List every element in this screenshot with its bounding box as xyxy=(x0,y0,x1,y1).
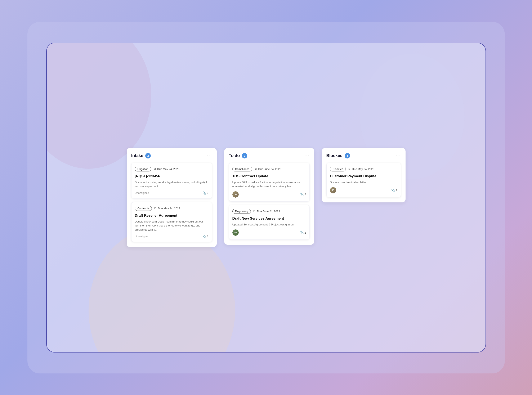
card-dispute-footer: JD 📎 2 xyxy=(330,187,397,193)
card-rqst-meta: Litigation 🗓 Due May 24, 2023 xyxy=(135,167,208,171)
column-todo-more-button[interactable]: ··· xyxy=(304,154,309,158)
card-reseller-meta: Contracts 🗓 Due May 24, 2023 xyxy=(135,206,208,211)
card-services-meta: Regulatory 🗓 Due June 24, 2023 xyxy=(232,209,306,214)
column-todo-title: To do xyxy=(229,153,240,158)
card-reseller-desc: Double check with Doug - confirm that th… xyxy=(135,219,208,232)
paperclip-icon-7: 📎 xyxy=(300,231,304,234)
kanban-board: Intake 2 ··· Litigation 🗓 Due May 24, 20… xyxy=(118,140,414,256)
card-services-title: Draft New Services Agreement xyxy=(232,216,306,221)
card-tos-attachments: 📎 2 xyxy=(300,193,306,196)
card-dispute-title: Customer Payment Dispute xyxy=(330,174,397,179)
outer-frame: Intake 2 ··· Litigation 🗓 Due May 24, 20… xyxy=(27,22,505,373)
card-tos[interactable]: Compliance 🗓 Due June 24, 2023 TOS Contr… xyxy=(229,163,310,202)
card-rqst-123456[interactable]: Litigation 🗓 Due May 24, 2023 [RQST]-123… xyxy=(131,163,212,199)
card-rqst-title: [RQST]-123456 xyxy=(135,174,208,179)
card-draft-reseller[interactable]: Contracts 🗓 Due May 24, 2023 Draft Resel… xyxy=(131,202,212,242)
column-blocked-count: 1 xyxy=(345,153,350,159)
column-intake-header: Intake 2 ··· xyxy=(131,153,212,159)
calendar-icon-8: 🗓 xyxy=(348,167,351,171)
card-rqst-tag: Litigation xyxy=(135,167,151,171)
card-dispute-attachments: 📎 2 xyxy=(391,189,397,192)
card-tos-title: TOS Contract Update xyxy=(232,174,306,179)
calendar-icon-4: 🗓 xyxy=(254,167,257,171)
column-blocked-title: Blocked xyxy=(326,153,343,158)
card-tos-desc: Update DPA to reduce friction in negotia… xyxy=(232,180,306,188)
avatar-img-2: AM xyxy=(232,230,239,236)
card-payment-dispute[interactable]: Disputes 🗓 Due May 24, 2023 Customer Pay… xyxy=(326,163,401,198)
column-todo-title-area: To do 2 xyxy=(229,153,247,159)
column-todo-count: 2 xyxy=(242,153,247,159)
card-tos-footer: JD 📎 2 xyxy=(232,191,306,198)
card-services-footer: AM 📎 2 xyxy=(232,230,306,236)
card-rqst-assignee: Unassigned xyxy=(135,191,149,194)
card-services-tag: Regulatory xyxy=(232,209,251,214)
card-reseller-footer: Unassigned 📎 2 xyxy=(135,235,208,238)
column-todo: To do 2 ··· Compliance 🗓 Due June 24, 20… xyxy=(224,148,314,245)
column-todo-header: To do 2 ··· xyxy=(229,153,310,159)
paperclip-icon: 📎 xyxy=(203,191,206,195)
card-reseller-attachments: 📎 2 xyxy=(203,235,208,238)
avatar-img-1: JD xyxy=(232,191,239,198)
column-blocked-more-button[interactable]: ··· xyxy=(396,154,401,158)
inner-frame: Intake 2 ··· Litigation 🗓 Due May 24, 20… xyxy=(46,43,486,352)
card-dispute-meta: Disputes 🗓 Due May 24, 2023 xyxy=(330,167,397,171)
card-reseller-title: Draft Reseller Agreement xyxy=(135,213,208,218)
column-blocked: Blocked 1 ··· Disputes 🗓 Due May 24, 202… xyxy=(322,148,406,203)
card-tos-avatar: JD xyxy=(232,191,239,198)
card-dispute-avatar: JD xyxy=(330,187,336,193)
paperclip-icon-5: 📎 xyxy=(300,193,304,196)
card-tos-tag: Compliance xyxy=(232,167,252,171)
card-new-services[interactable]: Regulatory 🗓 Due June 24, 2023 Draft New… xyxy=(229,205,310,240)
column-blocked-title-area: Blocked 1 xyxy=(326,153,350,159)
column-intake: Intake 2 ··· Litigation 🗓 Due May 24, 20… xyxy=(127,148,217,247)
card-services-avatar: AM xyxy=(232,230,239,236)
column-intake-more-button[interactable]: ··· xyxy=(207,154,212,158)
calendar-icon: 🗓 xyxy=(153,167,156,171)
calendar-icon-2: 🗓 xyxy=(154,207,157,210)
card-rqst-due: 🗓 Due May 24, 2023 xyxy=(153,167,179,171)
column-intake-title: Intake xyxy=(131,153,143,158)
avatar-img-3: JD xyxy=(330,187,336,193)
card-dispute-due: 🗓 Due May 24, 2023 xyxy=(348,167,374,171)
column-blocked-header: Blocked 1 ··· xyxy=(326,153,401,159)
card-tos-due: 🗓 Due June 24, 2023 xyxy=(254,167,281,171)
card-rqst-attachments: 📎 2 xyxy=(203,191,208,195)
column-intake-title-area: Intake 2 xyxy=(131,153,151,159)
card-reseller-tag: Contracts xyxy=(135,206,152,211)
card-rqst-footer: Unassigned 📎 2 xyxy=(135,191,208,195)
calendar-icon-6: 🗓 xyxy=(253,209,256,213)
card-dispute-desc: Dispute over termination letter xyxy=(330,180,397,184)
card-reseller-assignee: Unassigned xyxy=(135,235,149,238)
card-rqst-desc: Document existing vendor legal review st… xyxy=(135,180,208,188)
card-dispute-tag: Disputes xyxy=(330,167,346,171)
card-services-attachments: 📎 2 xyxy=(300,231,306,234)
card-services-due: 🗓 Due June 24, 2023 xyxy=(253,209,280,213)
card-services-desc: Updated Services Agreement & Project Ass… xyxy=(232,223,306,227)
column-intake-count: 2 xyxy=(145,153,151,159)
paperclip-icon-9: 📎 xyxy=(391,189,395,192)
card-reseller-due: 🗓 Due May 24, 2023 xyxy=(154,207,180,210)
paperclip-icon-3: 📎 xyxy=(203,235,206,238)
card-tos-meta: Compliance 🗓 Due June 24, 2023 xyxy=(232,167,306,171)
